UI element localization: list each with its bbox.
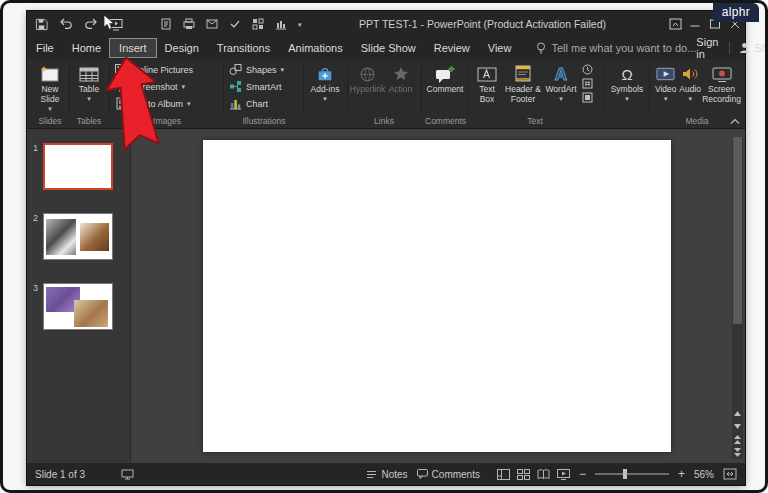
comment-icon xyxy=(435,63,455,85)
next-slide-button[interactable] xyxy=(732,446,743,459)
slide-thumbnail-2[interactable] xyxy=(43,213,113,260)
hyperlink-button[interactable]: Hyperlink xyxy=(351,61,384,115)
symbols-button[interactable]: Ω Symbols ▾ xyxy=(607,61,647,115)
chart-button[interactable]: Chart xyxy=(229,95,299,112)
dropdown-caret-icon: ▾ xyxy=(664,95,668,102)
header-footer-label: Header & Footer xyxy=(503,85,543,105)
add-ins-button[interactable]: Add-ins ▾ xyxy=(307,61,343,115)
shapes-button[interactable]: Shapes ▾ xyxy=(229,61,299,78)
zoom-slider-thumb[interactable] xyxy=(623,469,627,479)
tab-transitions[interactable]: Transitions xyxy=(208,39,279,57)
dropdown-caret-icon: ▾ xyxy=(87,95,91,102)
share-label: Share xyxy=(754,42,768,54)
current-slide-canvas[interactable] xyxy=(203,140,671,452)
undo-icon[interactable] xyxy=(59,18,73,30)
slide-sorter-view-button[interactable] xyxy=(517,469,530,480)
qat-icon-3[interactable] xyxy=(206,18,218,30)
wordart-button[interactable]: A WordArt ▾ xyxy=(543,61,579,115)
fit-slide-to-window-button[interactable] xyxy=(723,468,737,480)
notes-button[interactable]: Notes xyxy=(366,469,407,480)
tab-review[interactable]: Review xyxy=(425,39,479,57)
slide-show-view-button[interactable] xyxy=(557,469,570,480)
scroll-down-icon[interactable] xyxy=(732,420,743,433)
group-label-comments: Comments xyxy=(425,116,465,126)
slide-number-icon[interactable] xyxy=(582,78,593,89)
tab-animations[interactable]: Animations xyxy=(279,39,351,57)
sign-in-link[interactable]: Sign in xyxy=(696,36,718,60)
customize-qat-caret-icon[interactable]: ▾ xyxy=(298,21,302,28)
date-time-icon[interactable] xyxy=(582,64,593,75)
slide-thumbnail-3[interactable] xyxy=(43,283,113,330)
dog-photo xyxy=(46,219,76,255)
shapes-icon xyxy=(229,63,242,76)
screen-recording-button[interactable]: Screen Recording xyxy=(702,61,741,115)
video-button[interactable]: Video ▾ xyxy=(653,61,678,115)
object-icon[interactable] xyxy=(582,92,593,103)
qat-icon-1[interactable] xyxy=(160,18,172,30)
tab-view[interactable]: View xyxy=(479,39,521,57)
zoom-in-button[interactable]: + xyxy=(678,468,685,480)
new-slide-icon xyxy=(39,63,61,85)
notes-label: Notes xyxy=(381,469,407,480)
audio-button[interactable]: Audio ▾ xyxy=(678,61,702,115)
save-icon[interactable] xyxy=(35,18,48,31)
dropdown-caret-icon: ▾ xyxy=(559,95,563,102)
comments-icon xyxy=(417,469,428,479)
vertical-scrollbar[interactable] xyxy=(732,137,743,459)
dog-photo xyxy=(80,223,109,251)
qat-icon-6[interactable] xyxy=(275,18,287,30)
smartart-button[interactable]: SmartArt xyxy=(229,78,299,95)
title-bar: ▾ PPT TEST-1 - PowerPoint (Product Activ… xyxy=(27,11,745,37)
action-button[interactable]: Action xyxy=(384,61,417,115)
comment-label: Comment xyxy=(427,85,464,95)
omega-symbol-icon: Ω xyxy=(621,67,632,82)
group-label-text: Text xyxy=(471,116,599,126)
status-icon[interactable] xyxy=(121,469,134,480)
quick-access-toolbar: ▾ xyxy=(35,11,302,37)
comment-button[interactable]: Comment xyxy=(425,61,465,115)
person-icon xyxy=(739,42,750,54)
mouse-cursor-icon xyxy=(103,15,115,31)
qat-icon-4[interactable] xyxy=(229,18,241,30)
hyperlink-icon xyxy=(359,63,376,85)
slide-number: 2 xyxy=(33,213,38,223)
dog-photo xyxy=(74,300,108,327)
minimize-button[interactable] xyxy=(685,11,705,37)
zoom-out-button[interactable]: − xyxy=(579,468,586,480)
scrollbar-thumb[interactable] xyxy=(733,137,742,324)
tab-slide-show[interactable]: Slide Show xyxy=(352,39,425,57)
text-box-button[interactable]: Text Box xyxy=(471,61,503,115)
redo-icon[interactable] xyxy=(84,18,98,30)
alphr-watermark: alphr xyxy=(713,3,759,22)
tell-me-label: Tell me what you want to do... xyxy=(551,42,696,54)
comments-button[interactable]: Comments xyxy=(417,469,480,480)
normal-view-button[interactable] xyxy=(497,469,510,480)
tell-me-box[interactable]: Tell me what you want to do... xyxy=(536,42,696,55)
divider xyxy=(729,42,730,54)
reading-view-button[interactable] xyxy=(537,469,550,480)
header-footer-button[interactable]: Header & Footer xyxy=(503,61,543,115)
notes-icon xyxy=(366,470,377,479)
qat-icon-5[interactable] xyxy=(252,18,264,30)
share-button[interactable]: Share xyxy=(739,42,768,54)
dropdown-caret-icon: ▾ xyxy=(48,105,52,112)
slide-number: 3 xyxy=(33,283,38,293)
lightbulb-icon xyxy=(536,42,546,55)
previous-slide-button[interactable] xyxy=(732,433,743,446)
group-label-links: Links xyxy=(351,116,417,126)
collapse-ribbon-icon[interactable] xyxy=(730,118,740,125)
account-area: Sign in Share xyxy=(696,36,768,60)
text-box-label: Text Box xyxy=(471,85,503,105)
slide-editing-area xyxy=(131,129,745,463)
slide-indicator: Slide 1 of 3 xyxy=(35,469,85,480)
new-slide-button[interactable]: New Slide ▾ xyxy=(31,61,69,115)
zoom-level[interactable]: 56% xyxy=(694,469,714,480)
smartart-icon xyxy=(229,80,242,93)
scroll-up-icon[interactable] xyxy=(732,407,743,420)
qat-icon-2[interactable] xyxy=(183,18,195,30)
zoom-slider[interactable] xyxy=(595,473,669,475)
tab-file[interactable]: File xyxy=(27,39,63,57)
workspace: 1 2 3 xyxy=(27,129,745,463)
ribbon-display-options-button[interactable] xyxy=(665,11,685,37)
slide-thumbnail-panel: 1 2 3 xyxy=(27,129,131,463)
